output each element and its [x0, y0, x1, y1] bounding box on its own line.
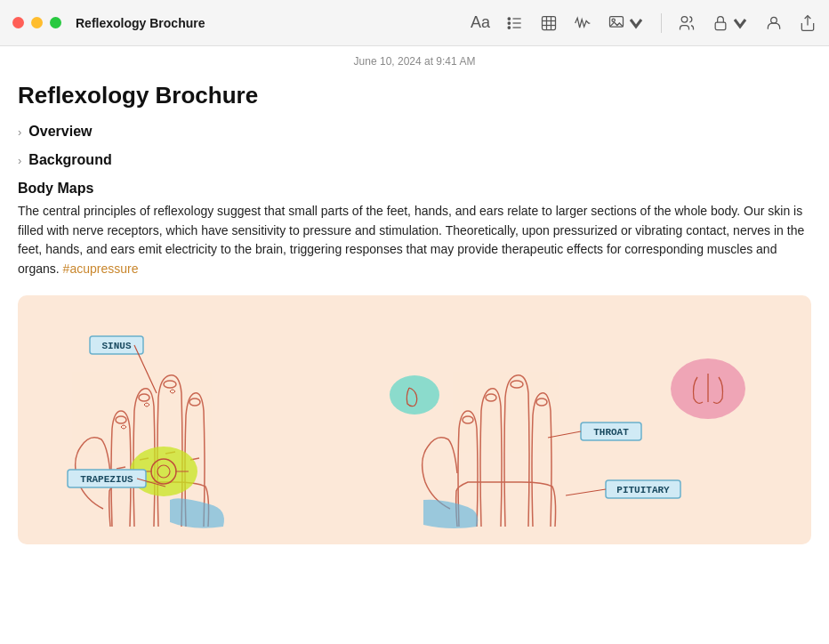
user-icon[interactable] — [765, 14, 783, 32]
overview-chevron-icon: › — [18, 125, 21, 139]
maximize-button[interactable] — [50, 17, 61, 28]
svg-point-5 — [508, 26, 511, 28]
svg-point-15 — [771, 17, 777, 23]
svg-point-3 — [508, 17, 511, 20]
body-maps-section: Body Maps The central principles of refl… — [18, 181, 811, 279]
collaboration-icon[interactable] — [678, 14, 696, 32]
toolbar-separator-1 — [661, 13, 662, 33]
hand-illustration-container: SINUS TRAPEZIUS THROAT PITUITARY — [18, 295, 811, 544]
window-controls — [12, 17, 61, 28]
svg-text:PITUITARY: PITUITARY — [616, 485, 670, 495]
minimize-button[interactable] — [31, 17, 43, 28]
svg-text:TRAPEZIUS: TRAPEZIUS — [80, 474, 133, 485]
svg-point-13 — [681, 16, 688, 22]
media-icon[interactable] — [608, 14, 645, 32]
svg-point-4 — [508, 21, 511, 24]
svg-text:SINUS: SINUS — [101, 341, 131, 351]
table-icon[interactable] — [540, 14, 558, 32]
svg-rect-14 — [715, 22, 726, 29]
svg-point-12 — [612, 19, 615, 21]
title-bar: Reflexology Brochure Aa — [0, 0, 829, 46]
hashtag[interactable]: #acupressure — [63, 262, 139, 276]
svg-text:THROAT: THROAT — [593, 427, 629, 438]
toolbar: Aa — [471, 13, 817, 33]
svg-point-35 — [390, 375, 439, 415]
waveform-icon[interactable] — [574, 14, 592, 32]
body-maps-title: Body Maps — [18, 181, 811, 197]
background-chevron-icon: › — [18, 154, 21, 167]
close-button[interactable] — [12, 17, 24, 28]
hand-illustration-svg: SINUS TRAPEZIUS THROAT PITUITARY — [18, 295, 811, 544]
document-title: Reflexology Brochure — [76, 16, 205, 30]
list-icon[interactable] — [506, 14, 524, 32]
overview-section-heading[interactable]: › Overview — [18, 124, 811, 140]
document-content: Reflexology Brochure › Overview › Backgr… — [0, 73, 829, 562]
document-main-title: Reflexology Brochure — [18, 82, 811, 109]
timestamp: June 10, 2024 at 9:41 AM — [0, 46, 829, 73]
lock-icon[interactable] — [712, 14, 749, 32]
body-maps-text: The central principles of reflexology su… — [18, 202, 811, 279]
svg-rect-6 — [543, 16, 556, 29]
background-section-heading[interactable]: › Background — [18, 152, 811, 168]
svg-rect-17 — [32, 295, 797, 544]
share-icon[interactable] — [799, 14, 817, 32]
font-size-icon[interactable]: Aa — [471, 13, 490, 32]
